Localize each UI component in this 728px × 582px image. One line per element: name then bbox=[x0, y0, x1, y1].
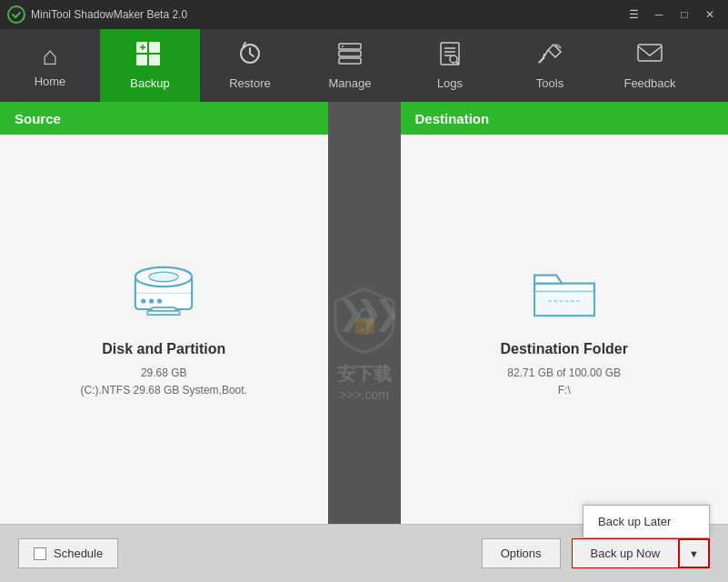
maximize-button[interactable]: □ bbox=[673, 5, 695, 24]
svg-rect-2 bbox=[149, 42, 160, 53]
svg-point-28 bbox=[149, 298, 154, 303]
nav-tools[interactable]: Tools bbox=[500, 29, 600, 102]
svg-rect-3 bbox=[136, 55, 147, 65]
source-body[interactable]: Disk and Partition 29.68 GB (C:).NTFS 29… bbox=[0, 135, 328, 524]
svg-point-27 bbox=[141, 298, 145, 303]
manage-icon bbox=[335, 41, 364, 71]
main-content: 🔒 安下载 >>>.com Source bbox=[0, 102, 728, 582]
cards-area: Source bbox=[0, 102, 728, 524]
app-icon bbox=[7, 5, 25, 24]
backup-dropdown-toggle[interactable]: ▼ bbox=[678, 538, 710, 568]
folder-icon bbox=[528, 259, 601, 326]
svg-point-29 bbox=[157, 298, 162, 303]
svg-rect-26 bbox=[147, 311, 180, 315]
source-panel: Source bbox=[0, 102, 328, 524]
destination-size: 82.71 GB of 100.00 GB bbox=[507, 365, 621, 382]
bottom-bar: Schedule Options Back up Now ▼ Back up L… bbox=[0, 524, 728, 582]
destination-body[interactable]: Destination Folder 82.71 GB of 100.00 GB… bbox=[401, 135, 729, 524]
svg-line-18 bbox=[539, 57, 544, 63]
source-title: Disk and Partition bbox=[102, 341, 225, 357]
svg-point-16 bbox=[450, 55, 457, 63]
disk-icon bbox=[127, 259, 200, 326]
window-title: MiniTool ShadowMaker Beta 2.0 bbox=[31, 8, 623, 21]
nav-manage[interactable]: Manage bbox=[300, 29, 400, 102]
source-details: (C:).NTFS 29.68 GB System,Boot. bbox=[81, 382, 247, 399]
feedback-icon bbox=[635, 41, 664, 71]
source-size: 29.68 GB bbox=[141, 365, 187, 382]
backup-icon bbox=[135, 41, 165, 71]
window-controls: ☰ ─ □ ✕ bbox=[623, 5, 721, 24]
svg-rect-9 bbox=[339, 51, 361, 56]
destination-panel: Destination Destination Folder bbox=[401, 102, 729, 524]
backup-dropdown-menu: Back up Later bbox=[583, 505, 710, 538]
schedule-button[interactable]: Schedule bbox=[18, 538, 118, 568]
nav-feedback[interactable]: Feedback bbox=[600, 29, 700, 102]
nav-backup[interactable]: Backup bbox=[100, 29, 200, 102]
destination-label: Destination bbox=[415, 111, 490, 126]
destination-header: Destination bbox=[401, 102, 729, 135]
svg-point-0 bbox=[8, 6, 25, 23]
logs-icon bbox=[435, 41, 464, 71]
menu-button[interactable]: ☰ bbox=[623, 5, 644, 24]
nav-home[interactable]: ⌂ Home bbox=[0, 29, 100, 102]
nav-logs[interactable]: Logs bbox=[400, 29, 500, 102]
svg-rect-4 bbox=[149, 55, 160, 65]
minimize-button[interactable]: ─ bbox=[648, 5, 670, 24]
svg-rect-19 bbox=[638, 45, 662, 61]
nav-restore[interactable]: Restore bbox=[200, 29, 300, 102]
svg-point-23 bbox=[149, 272, 178, 282]
schedule-label: Schedule bbox=[54, 547, 103, 560]
close-button[interactable]: ✕ bbox=[699, 5, 721, 24]
navigation-bar: ⌂ Home Backup Restore bbox=[0, 29, 728, 102]
backup-later-option[interactable]: Back up Later bbox=[583, 506, 709, 537]
schedule-checkbox[interactable] bbox=[34, 547, 46, 560]
arrow-icon: ❯❯❯ bbox=[337, 294, 392, 332]
middle-divider: ❯❯❯ bbox=[328, 102, 401, 524]
tools-icon bbox=[535, 41, 564, 71]
options-button[interactable]: Options bbox=[482, 538, 561, 568]
source-label: Source bbox=[15, 111, 61, 126]
title-bar: MiniTool ShadowMaker Beta 2.0 ☰ ─ □ ✕ bbox=[0, 0, 728, 29]
backup-now-button[interactable]: Back up Now bbox=[572, 538, 679, 568]
home-icon: ⌂ bbox=[43, 44, 58, 69]
backup-button-group: Back up Now ▼ Back up Later bbox=[572, 538, 710, 568]
restore-icon bbox=[235, 41, 264, 71]
destination-title: Destination Folder bbox=[501, 341, 628, 357]
source-header: Source bbox=[0, 102, 328, 135]
svg-rect-10 bbox=[339, 58, 361, 64]
destination-path: F:\ bbox=[558, 382, 571, 399]
